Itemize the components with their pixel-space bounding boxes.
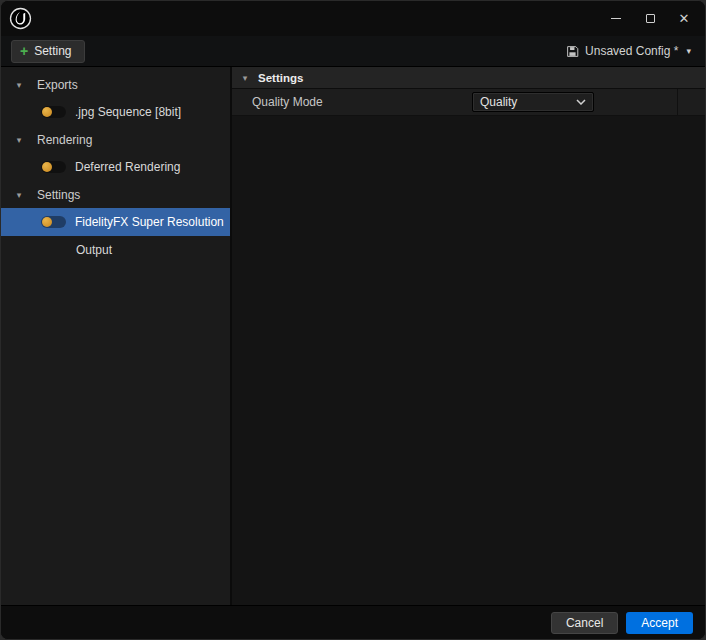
tree-group-label: Settings xyxy=(37,188,80,202)
cancel-button[interactable]: Cancel xyxy=(551,612,618,634)
tree-item-label: Output xyxy=(76,243,112,257)
minimize-button[interactable] xyxy=(601,6,631,32)
titlebar: ✕ xyxy=(1,1,705,36)
chevron-down-icon xyxy=(576,99,586,105)
config-name-label: Unsaved Config * xyxy=(585,44,678,58)
expander-arrow-icon[interactable]: ▾ xyxy=(14,80,24,90)
add-setting-label: Setting xyxy=(34,44,71,58)
tree-group-label: Rendering xyxy=(37,133,92,147)
details-empty-area xyxy=(232,116,705,605)
window-body: ▾ Exports .jpg Sequence [8bit] ▾ Renderi… xyxy=(1,67,705,605)
render-settings-window: ✕ + Setting Unsaved Config * ▾ ▾ Exports xyxy=(0,0,706,640)
tree-item-label: .jpg Sequence [8bit] xyxy=(75,105,181,119)
details-category-header[interactable]: ▾ Settings xyxy=(232,67,705,89)
close-icon: ✕ xyxy=(679,12,690,25)
accept-button[interactable]: Accept xyxy=(626,612,693,634)
config-preset-button[interactable]: Unsaved Config * ▾ xyxy=(562,42,695,60)
tree-item-fidelityfx-super-resolution[interactable]: FidelityFX Super Resolution xyxy=(1,208,230,236)
details-category-label: Settings xyxy=(258,72,303,84)
tree-group-exports[interactable]: ▾ Exports xyxy=(1,71,230,98)
quality-mode-row: Quality Mode Quality xyxy=(232,89,705,116)
tree-group-settings[interactable]: ▾ Settings xyxy=(1,181,230,208)
expander-arrow-icon[interactable]: ▾ xyxy=(240,73,250,83)
tree-item-deferred-rendering[interactable]: Deferred Rendering xyxy=(1,153,230,181)
expander-arrow-icon[interactable]: ▾ xyxy=(14,190,24,200)
enable-toggle[interactable] xyxy=(41,106,66,118)
minimize-icon xyxy=(611,18,621,19)
close-button[interactable]: ✕ xyxy=(669,6,699,32)
tree-group-rendering[interactable]: ▾ Rendering xyxy=(1,126,230,153)
tree-item-label: FidelityFX Super Resolution xyxy=(75,215,224,229)
tree-group-label: Exports xyxy=(37,78,78,92)
unreal-engine-logo-icon xyxy=(9,7,32,30)
tree-item-label: Deferred Rendering xyxy=(75,160,180,174)
row-end-cell xyxy=(677,89,705,115)
details-panel: ▾ Settings Quality Mode Quality xyxy=(232,67,705,605)
enable-toggle[interactable] xyxy=(41,161,66,173)
dialog-footer: Cancel Accept xyxy=(1,605,705,639)
tree-item-output[interactable]: Output xyxy=(1,236,230,264)
maximize-button[interactable] xyxy=(635,6,665,32)
chevron-down-icon: ▾ xyxy=(686,46,691,56)
tree-item-jpg-sequence[interactable]: .jpg Sequence [8bit] xyxy=(1,98,230,126)
save-icon xyxy=(566,45,579,58)
toolbar: + Setting Unsaved Config * ▾ xyxy=(1,36,705,67)
plus-icon: + xyxy=(20,44,28,58)
quality-mode-dropdown[interactable]: Quality xyxy=(472,92,594,112)
maximize-icon xyxy=(646,14,655,23)
settings-tree: ▾ Exports .jpg Sequence [8bit] ▾ Renderi… xyxy=(1,67,232,605)
enable-toggle[interactable] xyxy=(41,216,66,228)
expander-arrow-icon[interactable]: ▾ xyxy=(14,135,24,145)
quality-mode-label: Quality Mode xyxy=(232,95,472,109)
add-setting-button[interactable]: + Setting xyxy=(11,40,85,63)
quality-mode-value: Quality xyxy=(480,95,576,109)
